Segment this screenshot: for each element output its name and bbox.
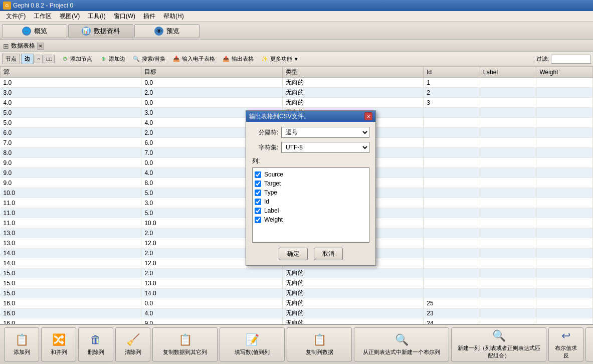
clear-col-label: 清除列 (125, 348, 141, 356)
add-edge-label: 添加边 (109, 55, 125, 63)
table-cell (536, 238, 593, 248)
table-cell: 10.0 (1, 188, 141, 198)
filter-label: 过滤: (536, 55, 549, 63)
table-cell (480, 168, 536, 178)
table-cell (480, 108, 536, 118)
add-edge-btn[interactable]: ⊕ 添加边 (96, 54, 128, 64)
new-bool-col-btn[interactable]: 🔍 从正则表达式中新建一个布尔列 (354, 327, 449, 361)
add-node-btn[interactable]: ⊕ 添加节点 (58, 54, 95, 64)
filter-input[interactable] (551, 55, 591, 64)
table-row[interactable]: 16.04.0无向的23 (1, 308, 593, 318)
table-cell (480, 318, 536, 324)
table-cell (536, 78, 593, 88)
table-row[interactable]: 16.09.0无向的24 (1, 318, 593, 324)
column-checkbox[interactable] (255, 217, 261, 223)
import-btn[interactable]: 📥 输入电子表格 (169, 54, 218, 64)
add-node-label: 添加节点 (70, 55, 92, 63)
column-checkbox[interactable] (255, 199, 261, 205)
column-list-item: Weight (255, 215, 367, 224)
export-btn[interactable]: 📤 输出表格 (219, 54, 257, 64)
table-row[interactable]: 4.00.0无向的3 (1, 98, 593, 108)
bool-negate-btn[interactable]: ↩ 布尔值求反 (548, 327, 583, 361)
clear-col-btn[interactable]: 🧹 清除列 (115, 327, 150, 361)
separator-select[interactable]: 逗号 分号 制表符 空格 (281, 127, 369, 138)
data-btn[interactable]: 📊 数据资料 (68, 24, 133, 38)
col-header-id: Id (424, 67, 480, 78)
more-btn[interactable]: ✨ 更多功能 ▼ (258, 54, 301, 64)
menu-help[interactable]: 帮助(H) (159, 11, 188, 22)
dialog-titlebar[interactable]: 输出表格到CSV文件。 ✕ (246, 111, 375, 122)
copy-to-col-btn[interactable]: 📋 复制数据到其它列 (152, 327, 218, 361)
menu-window[interactable]: 窗口(W) (110, 11, 139, 22)
cancel-btn[interactable]: 取消 (314, 248, 343, 260)
menu-tools[interactable]: 工具(I) (84, 11, 109, 22)
table-cell: 9.0 (1, 168, 141, 178)
tab-nodes[interactable]: 节点 (2, 54, 20, 64)
menu-view[interactable]: 视图(V) (56, 11, 84, 22)
table-cell (536, 308, 593, 318)
app-icon: G (3, 2, 11, 10)
table-cell (424, 198, 480, 208)
tab-edges[interactable]: 边 (21, 54, 34, 64)
table-cell: 4.0 (1, 98, 141, 108)
table-row[interactable]: 15.013.0无向的 (1, 278, 593, 288)
charset-select[interactable]: UTF-8 GBK ISO-8859-1 (281, 142, 369, 153)
radio-square[interactable]: □□ (44, 55, 55, 63)
table-cell (536, 248, 593, 258)
column-list-item: Type (255, 188, 367, 197)
preview-btn[interactable]: 👁 预览 (134, 24, 200, 38)
table-row[interactable]: 15.02.0无向的 (1, 268, 593, 278)
new-col-regex-btn[interactable]: 🔍 新建一列（列表或者正则表达式匹配组合） (451, 327, 546, 361)
table-cell: 24 (424, 318, 480, 324)
overview-btn[interactable]: 🌐 概览 (2, 24, 67, 38)
new-col-regex-icon: 🔍 (492, 329, 506, 342)
table-cell (480, 258, 536, 268)
table-cell: 23 (424, 308, 480, 318)
table-row[interactable]: 3.02.0无向的2 (1, 88, 593, 98)
table-cell: 0.0 (141, 78, 282, 88)
convert-btn[interactable]: 🔄 Convert to ... (585, 327, 593, 361)
import-icon: 📥 (172, 55, 180, 63)
column-checkbox[interactable] (255, 171, 261, 178)
table-cell: 无向的 (282, 268, 423, 278)
column-checkbox[interactable] (255, 180, 261, 187)
add-edge-icon: ⊕ (99, 55, 107, 63)
table-cell: 2.0 (141, 268, 282, 278)
table-cell (424, 138, 480, 148)
import-label: 输入电子表格 (182, 55, 215, 63)
column-checkbox[interactable] (255, 208, 261, 214)
fill-values-label: 填写数(值到列 (235, 348, 270, 356)
ok-btn[interactable]: 确定 (279, 248, 308, 260)
table-cell (424, 148, 480, 158)
table-cell (536, 128, 593, 138)
new-bool-col-label: 从正则表达式中新建一个布尔列 (363, 348, 440, 356)
merge-col-label: 和并列 (51, 348, 67, 356)
delete-col-btn[interactable]: 🗑 删除列 (78, 327, 113, 361)
table-cell: 11.0 (1, 218, 141, 228)
table-cell: 1.0 (1, 78, 141, 88)
copy-col-data-btn[interactable]: 📋 复制列数据 (287, 327, 352, 361)
search-btn[interactable]: 🔍 搜索/替换 (129, 54, 168, 64)
charset-row: 字符集: UTF-8 GBK ISO-8859-1 (252, 142, 369, 153)
table-cell: 无向的 (282, 298, 423, 308)
fill-values-btn[interactable]: 📝 填写数(值到列 (220, 327, 285, 361)
table-cell (424, 158, 480, 168)
dialog-close-btn[interactable]: ✕ (364, 112, 372, 120)
menu-plugins[interactable]: 插件 (139, 11, 159, 22)
add-column-btn[interactable]: 📋 添加列 (4, 327, 39, 361)
bool-negate-icon: ↩ (561, 329, 570, 342)
panel-close-btn[interactable]: ✕ (37, 43, 44, 50)
table-row[interactable]: 1.00.0无向的1 (1, 78, 593, 88)
table-cell (480, 268, 536, 278)
column-checkbox[interactable] (255, 190, 261, 196)
bottom-toolbar: 📋 添加列 🔀 和并列 🗑 删除列 🧹 清除列 📋 复制数据到其它列 📝 填写数… (0, 324, 593, 364)
table-row[interactable]: 15.014.0无向的 (1, 288, 593, 298)
menu-file[interactable]: 文件(F) (2, 11, 30, 22)
radio-circle[interactable]: ○ (35, 55, 43, 63)
copy-col-data-icon: 📋 (313, 333, 326, 346)
table-row[interactable]: 16.00.0无向的25 (1, 298, 593, 308)
delete-col-icon: 🗑 (90, 333, 101, 346)
menu-workspace[interactable]: 工作区 (30, 11, 56, 22)
table-cell (536, 98, 593, 108)
merge-col-btn[interactable]: 🔀 和并列 (41, 327, 76, 361)
